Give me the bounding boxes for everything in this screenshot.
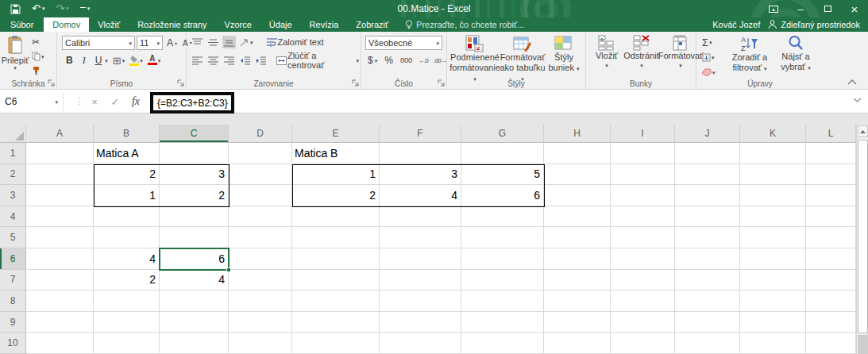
- cell-A9[interactable]: [26, 312, 94, 333]
- cell-B1[interactable]: Matica A: [94, 143, 160, 164]
- cell-D4[interactable]: [229, 206, 292, 228]
- cell-D3[interactable]: [229, 185, 292, 206]
- clear-eraser-icon[interactable]: ▾: [700, 66, 717, 79]
- increase-decimal-icon[interactable]: ←.0: [417, 54, 430, 67]
- cell-I5[interactable]: [611, 227, 675, 248]
- cell-F9[interactable]: [380, 312, 461, 333]
- column-header-H[interactable]: H: [544, 125, 611, 143]
- cell-J1[interactable]: [675, 143, 740, 164]
- column-header-D[interactable]: D: [229, 125, 292, 143]
- cell-J2[interactable]: [675, 164, 740, 186]
- cell-A2[interactable]: [26, 164, 94, 186]
- cell-H10[interactable]: [544, 333, 611, 354]
- cell-F6[interactable]: [380, 248, 461, 270]
- cell-F1[interactable]: [380, 143, 461, 164]
- cell-L6[interactable]: [806, 248, 856, 270]
- cell-D8[interactable]: [229, 291, 292, 312]
- cell-K2[interactable]: [740, 164, 806, 186]
- merge-center-button[interactable]: Zlúčiť a centrovať▾: [275, 54, 361, 67]
- cell-L8[interactable]: [806, 291, 856, 312]
- cell-G4[interactable]: [461, 206, 544, 228]
- cell-L1[interactable]: [806, 143, 856, 164]
- cell-K9[interactable]: [740, 312, 806, 333]
- cell-J7[interactable]: [675, 270, 740, 291]
- cell-K5[interactable]: [740, 227, 806, 248]
- align-left-icon[interactable]: [191, 54, 204, 67]
- cell-K10[interactable]: [740, 333, 806, 354]
- cell-I1[interactable]: [611, 143, 675, 164]
- restore-button[interactable]: [814, 0, 841, 17]
- cell-G5[interactable]: [461, 227, 544, 248]
- increase-indent-icon[interactable]: [254, 54, 268, 67]
- row-header-8[interactable]: 8: [0, 291, 26, 312]
- column-header-L[interactable]: L: [806, 125, 856, 143]
- cell-G10[interactable]: [461, 333, 544, 354]
- underline-button[interactable]: U▾: [91, 54, 110, 67]
- tab-udaje[interactable]: Údaje: [260, 17, 301, 32]
- cell-E2[interactable]: 1: [292, 164, 380, 186]
- cell-B8[interactable]: [94, 291, 160, 312]
- cell-C2[interactable]: 3: [160, 164, 229, 186]
- cell-H4[interactable]: [544, 206, 611, 228]
- decrease-decimal-icon[interactable]: .00→: [433, 54, 448, 67]
- cell-E9[interactable]: [292, 312, 380, 333]
- cell-B7[interactable]: 2: [94, 270, 160, 291]
- cell-L10[interactable]: [806, 333, 856, 354]
- number-format-select[interactable]: Všeobecné▾: [365, 36, 442, 50]
- cell-styles-button[interactable]: Štýly buniek ▾: [546, 32, 582, 84]
- row-header-5[interactable]: 5: [0, 227, 26, 248]
- align-right-icon[interactable]: [222, 54, 236, 67]
- cell-H2[interactable]: [544, 164, 611, 186]
- align-top-icon[interactable]: [191, 36, 204, 48]
- align-center-icon[interactable]: [206, 54, 220, 67]
- cell-H9[interactable]: [544, 312, 611, 333]
- cell-L7[interactable]: [806, 270, 856, 291]
- column-header-E[interactable]: E: [292, 125, 380, 143]
- save-icon[interactable]: [6, 0, 25, 17]
- cut-icon[interactable]: ✂: [30, 36, 46, 48]
- clipboard-dialog-launcher[interactable]: [48, 79, 56, 87]
- align-middle-icon[interactable]: [206, 36, 220, 48]
- insert-cells-button[interactable]: Vložiť▾: [591, 32, 623, 84]
- cell-E4[interactable]: [292, 206, 380, 228]
- column-header-A[interactable]: A: [26, 125, 94, 143]
- borders-button[interactable]: ⊞▾: [111, 54, 126, 67]
- cell-H1[interactable]: [544, 143, 611, 164]
- copy-icon[interactable]: ▾: [30, 50, 46, 63]
- cell-E1[interactable]: Matica B: [292, 143, 380, 164]
- cell-E3[interactable]: 2: [292, 185, 380, 206]
- cell-G1[interactable]: [461, 143, 544, 164]
- undo-button[interactable]: ↶▾: [28, 0, 48, 17]
- cell-G8[interactable]: [461, 291, 544, 312]
- cell-I6[interactable]: [611, 248, 675, 270]
- close-button[interactable]: ×: [841, 0, 868, 17]
- cell-A4[interactable]: [26, 206, 94, 228]
- alignment-dialog-launcher[interactable]: [352, 79, 360, 87]
- autosum-icon[interactable]: Σ▾: [700, 36, 717, 48]
- cell-I9[interactable]: [611, 312, 675, 333]
- scrollbar-thumb[interactable]: [858, 140, 868, 333]
- cell-E10[interactable]: [292, 333, 380, 354]
- cell-A3[interactable]: [26, 185, 94, 206]
- cell-J8[interactable]: [675, 291, 740, 312]
- font-dialog-launcher[interactable]: [177, 79, 185, 87]
- collapse-ribbon-icon[interactable]: [847, 79, 857, 85]
- share-button[interactable]: Zdieľaný prostriedok: [768, 17, 868, 32]
- cell-I10[interactable]: [611, 333, 675, 354]
- row-header-4[interactable]: 4: [0, 206, 26, 228]
- cell-E7[interactable]: [292, 270, 380, 291]
- customize-quick-access-button[interactable]: ▾: [76, 0, 95, 17]
- cell-J10[interactable]: [675, 333, 740, 354]
- cell-C7[interactable]: 4: [160, 270, 229, 291]
- cell-J6[interactable]: [675, 248, 740, 270]
- row-header-10[interactable]: 10: [0, 333, 26, 354]
- row-header-3[interactable]: 3: [0, 185, 26, 206]
- cell-J5[interactable]: [675, 227, 740, 248]
- cell-B5[interactable]: [94, 227, 160, 248]
- cell-C10[interactable]: [160, 333, 229, 354]
- cell-D6[interactable]: [229, 248, 292, 270]
- cell-C9[interactable]: [160, 312, 229, 333]
- cell-K4[interactable]: [740, 206, 806, 228]
- cell-K1[interactable]: [740, 143, 806, 164]
- delete-cells-button[interactable]: Odstrániť▾: [623, 32, 661, 84]
